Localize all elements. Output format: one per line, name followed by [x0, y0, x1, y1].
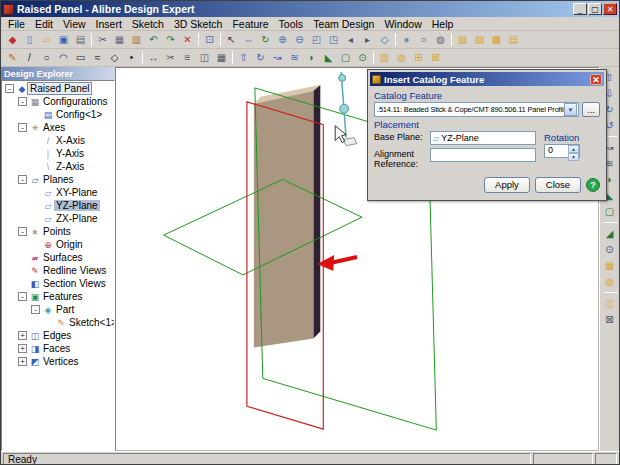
tree-item-surfaces[interactable]: ▰Surfaces [2, 251, 114, 264]
menu-team-design[interactable]: Team Design [308, 18, 379, 30]
tree-item-features[interactable]: -▣Features [2, 290, 114, 303]
tree-expander-icon[interactable]: + [18, 331, 27, 340]
menu-sketch[interactable]: Sketch [127, 18, 169, 30]
menu-edit[interactable]: Edit [30, 18, 58, 30]
activate-sketch-icon[interactable]: ✎ [4, 50, 21, 66]
extrude-boss-icon[interactable]: ⇧ [235, 50, 252, 66]
base-plane-field[interactable]: ▱ YZ-Plane [430, 131, 536, 145]
menu-help[interactable]: Help [427, 18, 459, 30]
shell-side-icon[interactable]: ▢ [602, 204, 618, 219]
paste-icon[interactable]: ▥ [128, 32, 145, 48]
tree-item-origin[interactable]: ⊕Origin [2, 238, 114, 251]
view-orientation-icon[interactable]: ◇ [376, 32, 393, 48]
hole-side-icon[interactable]: ⊙ [602, 242, 618, 257]
title-bar[interactable]: Raised Panel - Alibre Design Expert _ ▢ … [1, 1, 619, 17]
alibre-home-icon[interactable]: ◆ [4, 32, 21, 48]
mirror-sketch-icon[interactable]: ◫ [196, 50, 213, 66]
rotation-spinner[interactable]: 0 ▲ ▼ [544, 144, 580, 158]
cut-icon[interactable]: ✂ [94, 32, 111, 48]
tree-expander-icon[interactable]: - [18, 97, 27, 106]
redo-icon[interactable]: ↷ [162, 32, 179, 48]
tree-item-edges[interactable]: +◫Edges [2, 329, 114, 342]
undo-icon[interactable]: ↶ [145, 32, 162, 48]
catalog-feature-select[interactable]: .514.11: Beaded Stick & Cope/CMT 890.506… [374, 102, 579, 117]
work-point-icon[interactable]: ▩ [488, 32, 505, 48]
tree-item-faces[interactable]: +◨Faces [2, 342, 114, 355]
minimize-button[interactable]: _ [573, 3, 587, 15]
line-icon[interactable]: / [21, 50, 38, 66]
tree-item-z-axis[interactable]: \Z-Axis [2, 160, 114, 173]
tree-item-zx-plane[interactable]: ▱ZX-Plane [2, 212, 114, 225]
pattern-sketch-icon[interactable]: ▦ [213, 50, 230, 66]
mirror-side-icon[interactable]: ◫ [602, 296, 618, 311]
close-button[interactable]: ✕ [603, 3, 617, 15]
dialog-close-button-2[interactable]: Close [535, 177, 581, 193]
tree-expander-icon[interactable]: - [5, 84, 14, 93]
shell-icon[interactable]: ▢ [337, 50, 354, 66]
offset-icon[interactable]: ≡ [179, 50, 196, 66]
linear-pattern-side-icon[interactable]: ▦ [602, 258, 618, 273]
polygon-icon[interactable]: ◇ [106, 50, 123, 66]
tree-expander-icon[interactable]: + [18, 344, 27, 353]
tree-item-config-1-[interactable]: ▤Config<1> [2, 108, 114, 121]
tree-item-configurations[interactable]: -▦Configurations [2, 95, 114, 108]
menu-3d-sketch[interactable]: 3D Sketch [169, 18, 227, 30]
menu-feature[interactable]: Feature [227, 18, 273, 30]
manipulator-handle-large[interactable] [340, 104, 349, 113]
tree-item-points[interactable]: -∗Points [2, 225, 114, 238]
zoom-window-icon[interactable]: ◰ [308, 32, 325, 48]
delete-icon[interactable]: ✕ [179, 32, 196, 48]
point-icon[interactable]: • [123, 50, 140, 66]
manipulator-handle-small[interactable] [339, 74, 346, 81]
select-icon[interactable]: ↖ [223, 32, 240, 48]
circle-icon[interactable]: ○ [38, 50, 55, 66]
menu-view[interactable]: View [58, 18, 91, 30]
menu-file[interactable]: File [3, 18, 30, 30]
boolean-side-icon[interactable]: ⊠ [602, 312, 618, 327]
wireframe-view-icon[interactable]: ○ [415, 32, 432, 48]
zoom-out-icon[interactable]: ⊖ [291, 32, 308, 48]
tree-item-xy-plane[interactable]: ▱XY-Plane [2, 186, 114, 199]
tree-expander-icon[interactable]: - [18, 123, 27, 132]
next-view-icon[interactable]: ▸ [359, 32, 376, 48]
tree-expander-icon[interactable]: - [18, 175, 27, 184]
help-button[interactable]: ? [586, 178, 600, 192]
fillet-icon[interactable]: ◗ [303, 50, 320, 66]
open-icon[interactable]: ▱ [38, 32, 55, 48]
dropdown-arrow-icon[interactable]: ▼ [564, 103, 577, 116]
dialog-title-bar[interactable]: Insert Catalog Feature ✕ [370, 72, 604, 86]
tree-expander-icon[interactable]: - [31, 305, 40, 314]
tree-item-y-axis[interactable]: |Y-Axis [2, 147, 114, 160]
spinner-down-icon[interactable]: ▼ [568, 153, 579, 161]
menu-window[interactable]: Window [379, 18, 426, 30]
tree-item-yz-plane[interactable]: ▱YZ-Plane [2, 199, 114, 212]
trim-icon[interactable]: ✂ [162, 50, 179, 66]
boolean-icon[interactable]: ⊠ [427, 50, 444, 66]
tree-item-sketch-1-[interactable]: ✎Sketch<1> [2, 316, 114, 329]
spinner-up-icon[interactable]: ▲ [568, 145, 579, 153]
tree-item-section-views[interactable]: ◧Section Views [2, 277, 114, 290]
linear-pattern-icon[interactable]: ▥ [376, 50, 393, 66]
menu-insert[interactable]: Insert [91, 18, 127, 30]
mirror-feature-icon[interactable]: ⊞ [410, 50, 427, 66]
hole-icon[interactable]: ⊙ [354, 50, 371, 66]
apply-button[interactable]: Apply [484, 177, 530, 193]
circular-pattern-side-icon[interactable]: ◍ [602, 274, 618, 289]
reference-geometry-icon[interactable]: ▤ [505, 32, 522, 48]
tree-item-vertices[interactable]: +◩Vertices [2, 355, 114, 368]
rotate-view-icon[interactable]: ↻ [257, 32, 274, 48]
measure-icon[interactable]: ⊡ [201, 32, 218, 48]
draft-side-icon[interactable]: ◢ [602, 226, 618, 241]
tree-expander-icon[interactable]: + [18, 357, 27, 366]
new-document-icon[interactable]: ▯ [21, 32, 38, 48]
tree-expander-icon[interactable]: - [18, 292, 27, 301]
menu-tools[interactable]: Tools [274, 18, 309, 30]
dimension-icon[interactable]: ↔ [145, 50, 162, 66]
chamfer-icon[interactable]: ◣ [320, 50, 337, 66]
loft-icon[interactable]: ≋ [286, 50, 303, 66]
dialog-close-button[interactable]: ✕ [590, 74, 602, 85]
status-panel-grip[interactable] [595, 453, 617, 465]
tree-item-part[interactable]: -◈Part [2, 303, 114, 316]
circular-pattern-icon[interactable]: ◍ [393, 50, 410, 66]
copy-icon[interactable]: ▦ [111, 32, 128, 48]
